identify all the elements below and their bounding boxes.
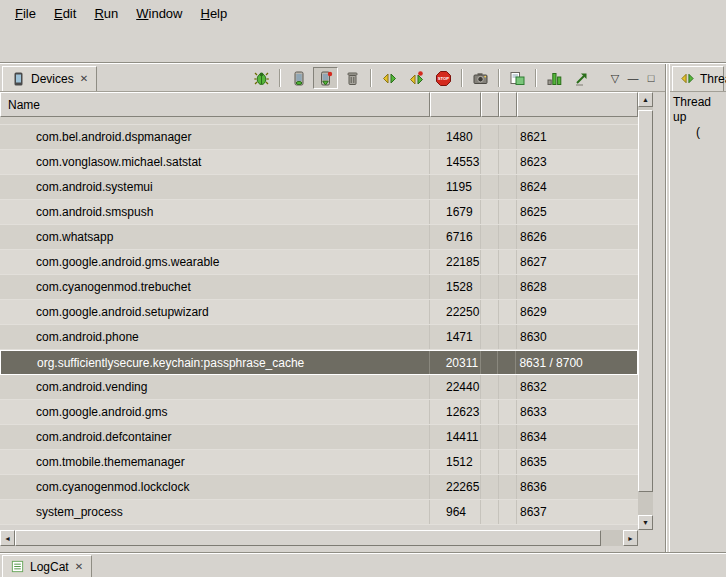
row-spacer-1 bbox=[481, 150, 499, 174]
process-port: 8634 bbox=[517, 425, 638, 449]
process-pid: 22185 bbox=[430, 250, 481, 274]
toolbar-separator bbox=[535, 69, 537, 87]
table-row[interactable]: com.cyanogenmod.trebuchet 1528 8628 bbox=[0, 275, 638, 300]
row-spacer-2 bbox=[499, 225, 517, 249]
table-row[interactable]: com.whatsapp 6716 8626 bbox=[0, 225, 638, 250]
row-spacer-2 bbox=[499, 275, 517, 299]
menu-window[interactable]: Window bbox=[127, 3, 191, 24]
table-row[interactable]: com.android.vending 22440 8632 bbox=[0, 375, 638, 400]
menu-edit[interactable]: Edit bbox=[45, 3, 85, 24]
logcat-bar: LogCat ✕ bbox=[0, 552, 726, 577]
process-pid: 1512 bbox=[430, 450, 481, 474]
table-row[interactable]: com.android.smspush 1679 8625 bbox=[0, 200, 638, 225]
process-port: 8633 bbox=[517, 400, 638, 424]
table-row[interactable]: com.google.android.gms 12623 8633 bbox=[0, 400, 638, 425]
horizontal-scrollbar[interactable]: ◄ ► bbox=[0, 530, 638, 546]
row-spacer-2 bbox=[498, 351, 516, 374]
close-icon[interactable]: ✕ bbox=[79, 73, 89, 84]
table-row[interactable]: org.sufficientlysecure.keychain:passphra… bbox=[0, 350, 638, 375]
column-header-port[interactable] bbox=[517, 92, 638, 117]
table-row[interactable]: com.google.android.gms.wearable 22185 86… bbox=[0, 250, 638, 275]
row-spacer-1 bbox=[481, 300, 499, 324]
view-menu-icon[interactable]: ▽ bbox=[606, 72, 624, 85]
threads-view: Threads Thread up ( bbox=[669, 64, 726, 552]
debug-process-icon[interactable] bbox=[249, 67, 274, 89]
tab-logcat[interactable]: LogCat ✕ bbox=[2, 555, 92, 577]
scroll-left-icon[interactable]: ◄ bbox=[0, 530, 15, 546]
process-pid: 14553 bbox=[430, 150, 481, 174]
update-heap-icon[interactable] bbox=[286, 67, 311, 89]
stop-process-icon[interactable]: STOP bbox=[431, 67, 456, 89]
vertical-scrollbar[interactable]: ▲ ▼ bbox=[638, 92, 653, 530]
scroll-down-icon[interactable]: ▼ bbox=[638, 515, 653, 530]
table-row[interactable]: system_process 964 8637 bbox=[0, 500, 638, 525]
scroll-up-icon[interactable]: ▲ bbox=[638, 92, 653, 107]
process-pid: 20311 bbox=[430, 351, 481, 374]
row-spacer-2 bbox=[499, 450, 517, 474]
row-spacer-2 bbox=[499, 425, 517, 449]
process-pid: 1471 bbox=[430, 325, 481, 349]
process-port: 8631 / 8700 bbox=[516, 351, 637, 374]
update-threads-icon[interactable] bbox=[377, 67, 402, 89]
devices-toolbar: STOP bbox=[249, 67, 663, 89]
row-spacer-2 bbox=[499, 150, 517, 174]
column-header-name[interactable]: Name bbox=[0, 92, 430, 117]
process-name: system_process bbox=[0, 500, 430, 524]
process-pid: 14411 bbox=[430, 425, 481, 449]
process-name: com.bel.android.dspmanager bbox=[0, 125, 430, 149]
table-row[interactable]: com.android.systemui 1195 8624 bbox=[0, 175, 638, 200]
hierarchy-view-icon[interactable] bbox=[542, 67, 567, 89]
column-header-spacer-1 bbox=[481, 92, 499, 117]
view-controls: ▽ — □ bbox=[606, 72, 660, 85]
tab-devices-label: Devices bbox=[31, 72, 74, 86]
dump-hprof-icon[interactable] bbox=[313, 67, 338, 89]
process-port: 8636 bbox=[517, 475, 638, 499]
vertical-scroll-thumb[interactable] bbox=[638, 110, 653, 492]
tab-threads-label: Threads bbox=[700, 72, 726, 86]
process-pid: 1480 bbox=[430, 125, 481, 149]
process-pid: 1195 bbox=[430, 175, 481, 199]
cause-gc-icon[interactable] bbox=[340, 67, 365, 89]
refresh-views-icon[interactable] bbox=[569, 67, 594, 89]
method-profiling-icon[interactable] bbox=[404, 67, 429, 89]
table-row[interactable]: com.vonglasow.michael.satstat 14553 8623 bbox=[0, 150, 638, 175]
process-port: 8626 bbox=[517, 225, 638, 249]
column-header-spacer-2 bbox=[499, 92, 517, 117]
menu-file[interactable]: File bbox=[6, 3, 45, 24]
row-spacer-2 bbox=[499, 300, 517, 324]
system-report-icon[interactable] bbox=[505, 67, 530, 89]
column-header-pid[interactable] bbox=[430, 92, 481, 117]
menu-help[interactable]: Help bbox=[191, 3, 236, 24]
scroll-right-icon[interactable]: ► bbox=[623, 530, 638, 546]
process-name: com.android.systemui bbox=[0, 175, 430, 199]
table-row[interactable]: com.google.android.setupwizard 22250 862… bbox=[0, 300, 638, 325]
close-icon[interactable]: ✕ bbox=[74, 561, 84, 572]
table-row[interactable]: com.cyanogenmod.lockclock 22265 8636 bbox=[0, 475, 638, 500]
menu-run[interactable]: Run bbox=[85, 3, 127, 24]
process-pid: 22440 bbox=[430, 375, 481, 399]
process-name: com.android.vending bbox=[0, 375, 430, 399]
toolbar-separator bbox=[461, 69, 463, 87]
minimize-icon[interactable]: — bbox=[624, 72, 642, 84]
tab-threads[interactable]: Threads bbox=[672, 66, 724, 91]
horizontal-scroll-thumb[interactable] bbox=[15, 530, 601, 546]
table-row[interactable]: com.tmobile.thememanager 1512 8635 bbox=[0, 450, 638, 475]
maximize-icon[interactable]: □ bbox=[642, 72, 660, 84]
toolbar-separator bbox=[279, 69, 281, 87]
table-row[interactable]: com.android.phone 1471 8630 bbox=[0, 325, 638, 350]
tab-devices[interactable]: Devices ✕ bbox=[2, 66, 97, 91]
process-pid: 1679 bbox=[430, 200, 481, 224]
table-row[interactable]: com.bel.android.dspmanager 1480 8621 bbox=[0, 125, 638, 150]
process-pid: 1528 bbox=[430, 275, 481, 299]
process-pid: 6716 bbox=[430, 225, 481, 249]
ddms-window: File Edit Run Window Help Devices ✕ bbox=[0, 0, 726, 577]
process-name: com.android.smspush bbox=[0, 200, 430, 224]
process-port: 8623 bbox=[517, 150, 638, 174]
toolbar-separator bbox=[498, 69, 500, 87]
process-name: com.android.phone bbox=[0, 325, 430, 349]
row-spacer-1 bbox=[481, 351, 499, 374]
table-row[interactable]: com.android.defcontainer 14411 8634 bbox=[0, 425, 638, 450]
screen-capture-icon[interactable] bbox=[468, 67, 493, 89]
process-name: com.tmobile.thememanager bbox=[0, 450, 430, 474]
row-spacer-2 bbox=[499, 200, 517, 224]
